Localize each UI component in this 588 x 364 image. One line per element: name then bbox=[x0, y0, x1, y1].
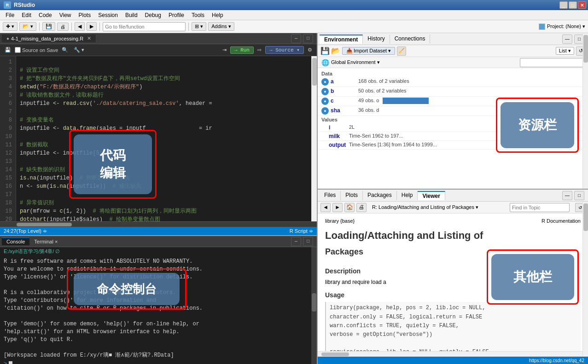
console-text-7: Type 'demo()' for some demos, 'help()' f… bbox=[4, 320, 313, 328]
console-text-8: 'help.start()' for an HTML browser inter… bbox=[4, 328, 313, 336]
env-row-b[interactable]: ● b 50 obs. of 2 variables bbox=[318, 87, 588, 97]
usage-line-3: warn.conflicts = TRUE, quietly = FALSE, bbox=[330, 322, 577, 330]
env-dropdown: 🌐 Global Environment ▾ bbox=[318, 57, 588, 68]
tab-packages[interactable]: Packages bbox=[363, 191, 397, 200]
find-in-topic-input[interactable] bbox=[510, 203, 570, 212]
import-icon: 📥 bbox=[346, 48, 353, 54]
env-row-c[interactable]: ● c 49 obs. o bbox=[318, 97, 588, 106]
source-button[interactable]: → Source ▾ bbox=[265, 46, 304, 54]
menu-edit[interactable]: Edit bbox=[18, 11, 35, 19]
menu-plots[interactable]: Plots bbox=[75, 11, 95, 19]
maximize-button[interactable]: □ bbox=[569, 1, 577, 9]
help-topic-label[interactable]: R: Loading/Attaching and Listing of Pack… bbox=[372, 204, 478, 210]
console-content[interactable]: R is free software and comes with ABSOLU… bbox=[0, 256, 317, 364]
console-scrollbar[interactable] bbox=[311, 247, 317, 364]
top-level[interactable]: (Top Level) ≑ bbox=[17, 228, 47, 234]
editor-minimize-btn[interactable]: — bbox=[291, 34, 301, 43]
run-button[interactable]: → Run bbox=[230, 46, 254, 54]
menu-code[interactable]: Code bbox=[35, 11, 56, 19]
code-hscrollbar[interactable] bbox=[0, 221, 317, 227]
forward-button[interactable]: ▶ bbox=[87, 22, 97, 31]
env-row-a[interactable]: ● a 168 obs. of 2 variables bbox=[318, 77, 588, 87]
env-row-output[interactable]: output Time-Series [1:36] from 1964 to 1… bbox=[318, 141, 588, 150]
open-file-button[interactable]: 📂 ▾ bbox=[19, 22, 36, 31]
viewer-content[interactable]: library {base} R Documentation Loading/A… bbox=[318, 214, 588, 357]
print-nav-btn[interactable]: 🖨 bbox=[356, 203, 367, 212]
files-minimize-btn[interactable]: — bbox=[562, 191, 572, 200]
env-row-sha[interactable]: ● sha 36 obs. d bbox=[318, 106, 588, 116]
files-maximize-btn[interactable]: □ bbox=[574, 191, 584, 200]
back-nav-btn[interactable]: ◀ bbox=[320, 203, 331, 212]
project-label[interactable]: Project: (None) ▾ bbox=[547, 23, 585, 29]
broom-btn[interactable]: 🧹 bbox=[397, 46, 406, 56]
tab-viewer[interactable]: Viewer bbox=[418, 191, 445, 200]
tab-connections[interactable]: Connections bbox=[390, 35, 431, 44]
save-icon-btn[interactable]: 💾 bbox=[3, 46, 13, 53]
env-row-milk[interactable]: milk Time-Seri 1962 to 197... bbox=[318, 132, 588, 141]
menu-tools[interactable]: Tools bbox=[188, 11, 208, 19]
editor-tab-main[interactable]: ● 4-1_missing_data_processing.R ✕ bbox=[2, 35, 96, 42]
save-button[interactable]: 💾 bbox=[42, 22, 55, 31]
go-to-input[interactable] bbox=[103, 22, 186, 31]
console-maximize-btn[interactable]: □ bbox=[303, 237, 313, 246]
env-scrollbar[interactable] bbox=[582, 33, 588, 189]
step-btn[interactable]: ⇥ bbox=[221, 46, 228, 53]
viewer-meta: library {base} R Documentation bbox=[325, 217, 581, 225]
tab-plots[interactable]: Plots bbox=[341, 191, 363, 200]
import-dataset-button[interactable]: 📥 Import Dataset ▾ bbox=[342, 47, 395, 55]
menu-view[interactable]: View bbox=[56, 11, 75, 19]
env-row-i[interactable]: i 2L bbox=[318, 123, 588, 132]
editor-maximize-btn[interactable]: □ bbox=[303, 34, 313, 43]
window-controls[interactable]: _ □ ✕ bbox=[559, 1, 586, 9]
tab-history[interactable]: History bbox=[363, 35, 390, 44]
tab-environment[interactable]: Environment bbox=[320, 35, 363, 44]
script-type[interactable]: R Script ≑ bbox=[290, 228, 313, 234]
console-text-10: [Workspace loaded from E:/xy/r璃■ 渐∧範/紡?竊… bbox=[4, 352, 313, 359]
console-tab-terminal[interactable]: Terminal × bbox=[29, 238, 62, 245]
workspace-btn[interactable]: ⊞ ▾ bbox=[192, 22, 206, 31]
list-view-btn[interactable]: List ▾ bbox=[556, 47, 574, 55]
minimize-button[interactable]: _ bbox=[559, 1, 568, 9]
tab-help[interactable]: Help bbox=[397, 191, 418, 200]
toolbar-separator-1 bbox=[39, 23, 40, 31]
var-name-b: b bbox=[331, 88, 358, 95]
menu-profile[interactable]: Profile bbox=[165, 11, 188, 19]
home-nav-btn[interactable]: 🏠 bbox=[344, 203, 355, 212]
source-on-save-checkbox[interactable] bbox=[15, 47, 21, 53]
console-minimize-btn[interactable]: — bbox=[291, 237, 301, 246]
global-env-icon: 🌐 bbox=[321, 59, 329, 66]
bottom-url: https://blog.csdn.net/qq_42 bbox=[529, 358, 584, 363]
console-tab-console[interactable]: Console bbox=[2, 237, 29, 245]
search-btn[interactable]: 🔍 bbox=[60, 46, 70, 53]
close-button[interactable]: ✕ bbox=[578, 1, 586, 9]
code-content[interactable]: # 设置工作空间 # 把"数据及程序"文件夹拷贝到F盘下，再用setwd设置工作… bbox=[16, 56, 311, 221]
code-tools-btn[interactable]: 🔧 ▾ bbox=[72, 46, 86, 53]
menu-file[interactable]: File bbox=[2, 11, 18, 19]
addins-button[interactable]: Addins ▾ bbox=[208, 22, 234, 31]
viewer-hscrollbar[interactable] bbox=[318, 351, 582, 357]
back-button[interactable]: ◀ bbox=[75, 22, 85, 31]
viewer-scrollbar[interactable] bbox=[582, 202, 588, 357]
menu-debug[interactable]: Debug bbox=[141, 11, 165, 19]
step-through-btn[interactable]: ⇨ bbox=[256, 46, 263, 53]
console-input-line: > bbox=[4, 360, 313, 364]
global-env-label[interactable]: Global Environment ▾ bbox=[331, 59, 380, 65]
source-on-save-label[interactable]: Source on Save bbox=[15, 47, 58, 53]
print-button[interactable]: 🖨 bbox=[57, 23, 69, 31]
env-search-input[interactable] bbox=[520, 58, 584, 67]
var-bar-c bbox=[383, 98, 429, 104]
tab-files[interactable]: Files bbox=[320, 191, 341, 200]
menu-help[interactable]: Help bbox=[208, 11, 227, 19]
menu-session[interactable]: Session bbox=[94, 11, 122, 19]
code-scrollbar[interactable] bbox=[311, 56, 317, 221]
files-tabs-left: Files Plots Packages Help Viewer bbox=[320, 191, 445, 200]
var-value-c: 49 obs. o bbox=[358, 98, 379, 105]
toolbar-separator-4 bbox=[188, 23, 189, 31]
forward-nav-btn[interactable]: ▶ bbox=[332, 203, 343, 212]
viewer-subtitle: Packages bbox=[325, 245, 581, 259]
env-minimize-btn[interactable]: — bbox=[562, 35, 572, 44]
new-file-button[interactable]: ✚ ▾ bbox=[3, 22, 17, 31]
options-btn[interactable]: ⚙ bbox=[306, 46, 314, 53]
menu-build[interactable]: Build bbox=[122, 11, 141, 19]
usage-code: library(package, help, pos = 2, lib.loc … bbox=[325, 302, 581, 357]
